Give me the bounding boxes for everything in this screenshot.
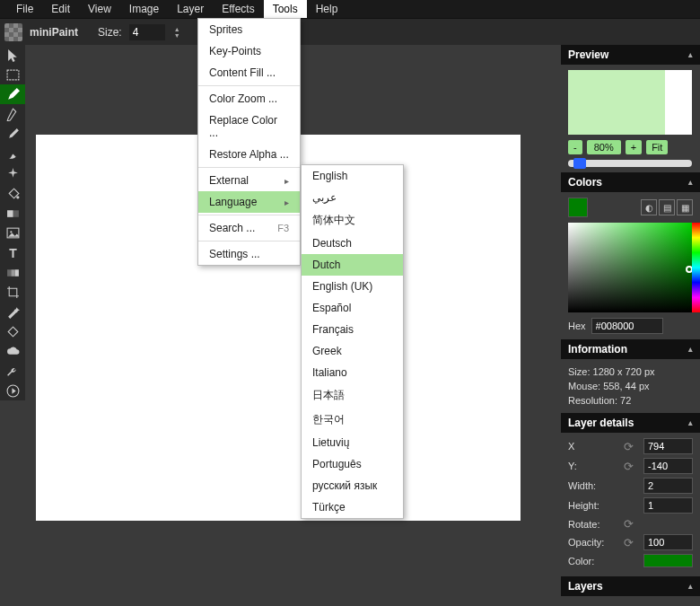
menu-item-content-fill[interactable]: Content Fill ... xyxy=(198,62,300,83)
menu-help[interactable]: Help xyxy=(307,0,347,18)
color-picker[interactable] xyxy=(568,223,692,312)
menu-item-restore-alpha[interactable]: Restore Alpha ... xyxy=(198,144,300,165)
menu-layer[interactable]: Layer xyxy=(168,0,213,18)
layer-details-header[interactable]: Layer details▴ xyxy=(561,413,700,433)
lang-item-13[interactable]: Português xyxy=(302,453,403,475)
x-input[interactable] xyxy=(643,438,693,454)
lang-item-15[interactable]: Türkçe xyxy=(302,496,403,518)
gradient-icon xyxy=(6,206,20,220)
tool-cursor[interactable] xyxy=(0,45,25,65)
collapse-icon[interactable]: ▴ xyxy=(688,178,693,187)
lang-item-8[interactable]: Greek xyxy=(302,340,403,362)
layers-header[interactable]: Layers▴ xyxy=(561,576,700,596)
zoom-slider[interactable] xyxy=(568,160,692,167)
brush-icon xyxy=(6,147,20,161)
width-input[interactable] xyxy=(643,478,693,494)
tool-crop[interactable] xyxy=(0,282,25,302)
eyedropper-icon xyxy=(6,127,20,141)
refresh-icon[interactable]: ⟳ xyxy=(624,536,634,549)
menu-item-color-zoom[interactable]: Color Zoom ... xyxy=(198,88,300,110)
zoom-in-button[interactable]: + xyxy=(626,140,642,154)
language-submenu: Englishعربي简体中文DeutschDutchEnglish (UK)E… xyxy=(301,164,404,519)
palette-circle-icon[interactable]: ◐ xyxy=(641,199,657,215)
size-input[interactable] xyxy=(129,24,165,40)
select-rect-icon xyxy=(6,68,20,82)
information-header[interactable]: Information▴ xyxy=(561,339,700,359)
tool-image[interactable] xyxy=(0,223,25,242)
lang-item-10[interactable]: 日本語 xyxy=(302,383,403,408)
tool-select-rect[interactable] xyxy=(0,65,25,84)
lang-item-11[interactable]: 한국어 xyxy=(302,408,403,432)
svg-rect-3 xyxy=(7,210,13,217)
lang-item-12[interactable]: Lietuvių xyxy=(302,432,403,453)
lang-item-14[interactable]: русский язык xyxy=(302,475,403,496)
menu-file[interactable]: File xyxy=(7,0,42,18)
tool-eyedropper[interactable] xyxy=(0,124,25,144)
y-input[interactable] xyxy=(643,458,693,474)
collapse-icon[interactable]: ▴ xyxy=(688,50,693,59)
colors-header[interactable]: Colors▴ xyxy=(561,172,700,192)
svg-text:T: T xyxy=(9,246,17,259)
refresh-icon[interactable]: ⟳ xyxy=(624,517,634,531)
lang-item-4[interactable]: Dutch xyxy=(302,254,403,276)
menu-edit[interactable]: Edit xyxy=(42,0,79,18)
menu-item-search[interactable]: Search ...F3 xyxy=(198,217,300,239)
preview-header[interactable]: Preview▴ xyxy=(561,45,700,65)
palette-grid-icon[interactable]: ▦ xyxy=(677,199,693,215)
pencil-icon xyxy=(6,88,20,101)
tool-wand[interactable] xyxy=(0,302,25,321)
height-input[interactable] xyxy=(643,497,693,514)
collapse-icon[interactable]: ▴ xyxy=(688,418,693,427)
wrench-icon xyxy=(6,364,20,378)
tool-diamond[interactable] xyxy=(0,321,25,341)
tool-brush[interactable] xyxy=(0,144,25,163)
lang-item-2[interactable]: 简体中文 xyxy=(302,208,403,233)
tool-cloud[interactable] xyxy=(0,341,25,361)
tool-sparkle[interactable] xyxy=(0,163,25,183)
tool-pencil[interactable] xyxy=(0,84,25,104)
lang-item-0[interactable]: English xyxy=(302,165,403,187)
refresh-icon[interactable]: ⟳ xyxy=(624,460,634,473)
tool-text[interactable]: T xyxy=(0,242,25,262)
size-label: Size: xyxy=(98,26,122,39)
zoom-fit-button[interactable]: Fit xyxy=(646,140,668,154)
current-color-swatch[interactable] xyxy=(568,198,588,217)
opacity-input[interactable] xyxy=(643,534,693,550)
lang-item-7[interactable]: Français xyxy=(302,319,403,340)
layer-color-swatch[interactable] xyxy=(643,554,693,567)
collapse-icon[interactable]: ▴ xyxy=(688,582,693,591)
tool-play[interactable] xyxy=(0,381,25,400)
refresh-icon[interactable]: ⟳ xyxy=(624,440,634,453)
menu-item-settings[interactable]: Settings ... xyxy=(198,243,300,265)
collapse-icon[interactable]: ▴ xyxy=(688,345,693,354)
menu-tools[interactable]: Tools xyxy=(264,0,307,18)
tool-bucket[interactable] xyxy=(0,183,25,203)
slider-handle[interactable] xyxy=(573,158,586,169)
hex-input[interactable] xyxy=(591,318,663,334)
tool-pen[interactable] xyxy=(0,104,25,124)
menu-image[interactable]: Image xyxy=(120,0,168,18)
preview-thumbnail[interactable] xyxy=(568,70,692,135)
zoom-out-button[interactable]: - xyxy=(568,140,582,154)
tool-gradient[interactable] xyxy=(0,203,25,223)
lang-item-5[interactable]: English (UK) xyxy=(302,276,403,297)
menu-item-key-points[interactable]: Key-Points xyxy=(198,40,300,62)
lang-item-9[interactable]: Italiano xyxy=(302,362,403,383)
size-stepper[interactable]: ▲▼ xyxy=(174,26,180,39)
palette-list-icon[interactable]: ▤ xyxy=(659,199,675,215)
menu-item-language[interactable]: Language▸ xyxy=(198,191,300,213)
hue-slider[interactable] xyxy=(692,223,700,312)
tool-swatches[interactable] xyxy=(0,262,25,282)
menu-item-replace-color[interactable]: Replace Color ... xyxy=(198,110,300,144)
menu-view[interactable]: View xyxy=(79,0,120,18)
lang-item-6[interactable]: Español xyxy=(302,297,403,319)
image-icon xyxy=(6,226,20,240)
lang-item-1[interactable]: عربي xyxy=(302,187,403,208)
cursor-icon xyxy=(6,48,20,62)
tool-wrench[interactable] xyxy=(0,361,25,381)
menu-item-sprites[interactable]: Sprites xyxy=(198,19,300,40)
preview-panel: - 80% + Fit xyxy=(561,65,700,172)
lang-item-3[interactable]: Deutsch xyxy=(302,233,403,254)
menu-item-external[interactable]: External▸ xyxy=(198,170,300,191)
menu-effects[interactable]: Effects xyxy=(213,0,263,18)
